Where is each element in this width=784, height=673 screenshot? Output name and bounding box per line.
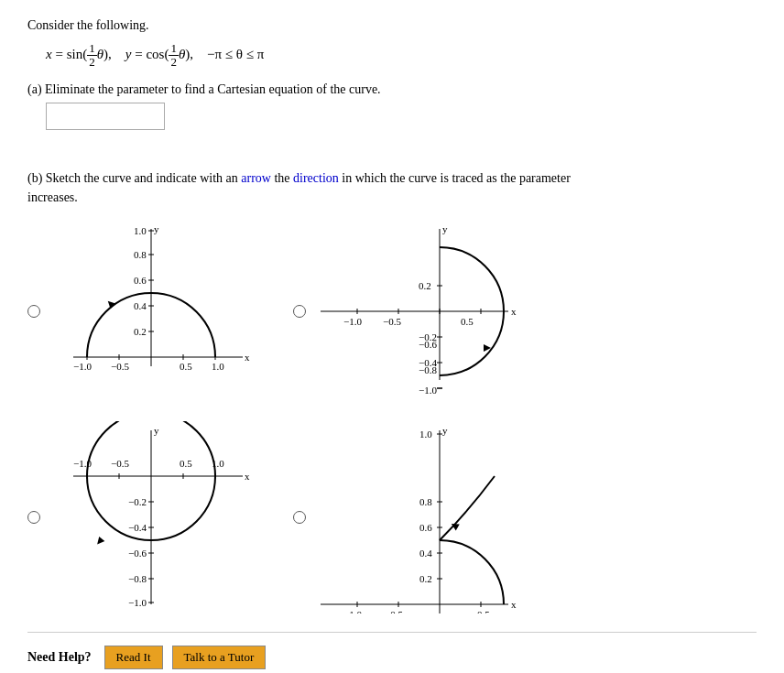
svg-text:−0.5: −0.5 [111, 458, 129, 469]
svg-text:y: y [442, 425, 448, 436]
part-a-label: (a) Eliminate the parameter to find a Ca… [27, 82, 757, 97]
svg-text:0.6: 0.6 [419, 522, 432, 533]
svg-text:−1.0: −1.0 [343, 316, 362, 327]
graph-4-svg: x y −1.0 −0.5 0.5 0.2 0.4 0.6 0.8 1.0 [311, 421, 522, 613]
graph-option-3[interactable]: x y −0.5 −1.0 0.5 1.0 −0.2 −0.4 −0.6 −0.… [27, 421, 256, 613]
svg-text:1.0: 1.0 [134, 225, 147, 236]
svg-text:−1.0: −1.0 [73, 361, 92, 372]
svg-text:0.4: 0.4 [419, 548, 432, 559]
graphs-row-2: x y −0.5 −1.0 0.5 1.0 −0.2 −0.4 −0.6 −0.… [27, 421, 757, 613]
svg-text:−0.6: −0.6 [128, 548, 147, 559]
svg-text:x: x [245, 352, 250, 363]
svg-text:−0.6: −0.6 [419, 339, 437, 350]
svg-text:0.2: 0.2 [419, 573, 432, 584]
svg-text:0.2: 0.2 [134, 326, 147, 337]
svg-text:x: x [511, 306, 517, 317]
svg-text:y: y [154, 425, 159, 436]
svg-text:y: y [154, 223, 159, 234]
svg-text:−0.2: −0.2 [128, 496, 147, 507]
read-it-button[interactable]: Read It [104, 646, 163, 669]
part-b-label: (b) Sketch the curve and indicate with a… [27, 168, 757, 207]
graph-option-4[interactable]: x y −1.0 −0.5 0.5 0.2 0.4 0.6 0.8 1.0 [293, 421, 522, 613]
equations-line: x = sin(12θ), y = cos(12θ), −π ≤ θ ≤ π [46, 42, 757, 70]
svg-marker-22 [105, 299, 115, 309]
svg-text:−0.8: −0.8 [128, 573, 147, 584]
svg-text:−0.4: −0.4 [128, 522, 147, 533]
graph-option-2[interactable]: x y −1.0 −0.5 0.5 −0.2 −0.4 0.2 −0.6 −0.… [293, 220, 522, 403]
talk-to-tutor-button[interactable]: Talk to a Tutor [172, 646, 267, 669]
graph-option-1[interactable]: x y −0.5 −1.0 0.5 1.0 0.2 0.4 0.6 0.8 1.… [27, 220, 256, 403]
need-help-label: Need Help? [27, 650, 92, 665]
svg-text:0.4: 0.4 [134, 300, 147, 311]
svg-text:−1.0: −1.0 [419, 385, 437, 396]
svg-text:y: y [442, 223, 448, 234]
svg-text:−0.8: −0.8 [419, 364, 437, 375]
graph-2-svg: x y −1.0 −0.5 0.5 −0.2 −0.4 0.2 −0.6 −0.… [311, 220, 522, 403]
svg-text:0.8: 0.8 [134, 249, 147, 260]
radio-2[interactable] [293, 305, 306, 318]
part-a-answer-input[interactable] [46, 103, 165, 130]
svg-text:0.5: 0.5 [461, 316, 474, 327]
svg-text:0.5: 0.5 [180, 458, 192, 469]
svg-text:−0.5: −0.5 [383, 316, 401, 327]
svg-text:0.6: 0.6 [134, 275, 147, 286]
svg-text:−0.5: −0.5 [385, 609, 403, 613]
problem-intro: Consider the following. [27, 18, 757, 33]
svg-text:1.0: 1.0 [212, 361, 224, 372]
svg-text:0.2: 0.2 [419, 280, 431, 291]
radio-3[interactable] [27, 511, 40, 524]
need-help-section: Need Help? Read It Talk to a Tutor [27, 632, 757, 669]
svg-text:0.5: 0.5 [477, 609, 490, 613]
svg-text:0.5: 0.5 [180, 361, 192, 372]
svg-marker-69 [94, 536, 104, 546]
graph-1-svg: x y −0.5 −1.0 0.5 1.0 0.2 0.4 0.6 0.8 1.… [46, 220, 256, 403]
svg-text:−0.5: −0.5 [111, 361, 129, 372]
graphs-row-1: x y −0.5 −1.0 0.5 1.0 0.2 0.4 0.6 0.8 1.… [27, 220, 757, 403]
radio-1[interactable] [27, 305, 40, 318]
radio-4[interactable] [293, 511, 306, 524]
svg-text:0.8: 0.8 [419, 496, 432, 507]
svg-text:1.0: 1.0 [419, 429, 432, 440]
svg-text:−1.0: −1.0 [343, 609, 362, 613]
svg-text:x: x [511, 599, 517, 610]
svg-text:x: x [245, 471, 250, 482]
svg-text:−1.0: −1.0 [128, 597, 147, 608]
graph-3-svg: x y −0.5 −1.0 0.5 1.0 −0.2 −0.4 −0.6 −0.… [46, 421, 256, 613]
